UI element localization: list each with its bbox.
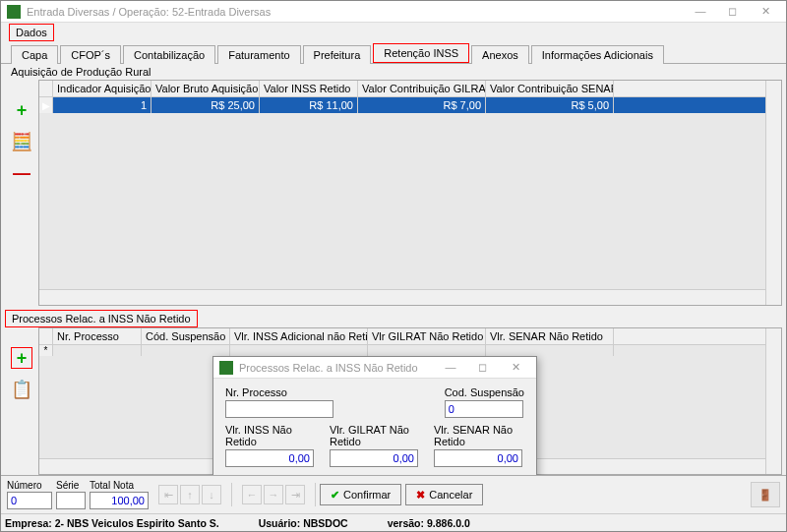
label-vlr-gilrat: Vlr. GILRAT Não Retido (330, 424, 420, 447)
dialog-processo: Processos Relac. a INSS Não Retido — ◻ ✕… (212, 356, 537, 475)
grid-aquisicao-area: + 🧮 — Indicador Aquisição Valor Bruto Aq… (5, 80, 782, 306)
nav-first-icon[interactable]: ⇤ (158, 485, 178, 504)
maximize-button[interactable]: ◻ (718, 2, 748, 22)
add-aquisicao-button[interactable]: + (11, 99, 32, 121)
col-inss-retido[interactable]: Valor INSS Retido (260, 81, 358, 96)
grid1-hscroll[interactable] (39, 289, 765, 305)
input-vlr-gilrat[interactable] (330, 449, 418, 467)
titlebar: Entrada Diversas / Operação: 52-Entrada … (1, 1, 786, 23)
grid1-header: Indicador Aquisição Valor Bruto Aquisiçã… (39, 81, 781, 97)
input-nr-processo[interactable] (225, 400, 333, 418)
grid-aquisicao[interactable]: Indicador Aquisição Valor Bruto Aquisiçã… (38, 80, 782, 306)
nav-last-icon[interactable]: ⇥ (285, 485, 305, 504)
calc-aquisicao-button[interactable]: 🧮 (11, 131, 32, 152)
minimize-button[interactable]: — (686, 1, 715, 21)
dialog-title: Processos Relac. a INSS Não Retido (239, 362, 436, 374)
window-title: Entrada Diversas / Operação: 52-Entrada … (27, 6, 686, 18)
close-button[interactable]: ✕ (751, 2, 780, 22)
dialog-body: Nr. Processo Cod. Suspensão Vlr. INSS Nã… (213, 379, 536, 475)
grid1-vscroll[interactable] (765, 81, 781, 305)
tab-anexos[interactable]: Anexos (471, 45, 529, 64)
main-window: Entrada Diversas / Operação: 52-Entrada … (0, 0, 787, 532)
menu-dados[interactable]: Dados (9, 24, 54, 41)
input-numero[interactable] (7, 492, 52, 509)
label-vlr-senar: Vlr. SENAR Não Retido (434, 424, 524, 447)
col-vlr-inss-adic[interactable]: Vlr. INSS Adicional não Retido (230, 328, 368, 344)
dialog-close-button[interactable]: ✕ (501, 358, 530, 378)
nav-next-icon[interactable]: ↓ (202, 485, 221, 504)
status-usuario: Usuário: NBSDOC (259, 517, 348, 529)
dialog-minimize-button[interactable]: — (436, 357, 465, 377)
tab-cfops[interactable]: CFOP´s (60, 45, 121, 64)
label-vlr-inss: Vlr. INSS Não Retido (225, 424, 316, 447)
col-gilrat[interactable]: Valor Contribuição GILRAT (358, 81, 486, 96)
check-icon: ✔ (331, 489, 339, 502)
label-numero: Número (7, 480, 52, 491)
col-nr-processo[interactable]: Nr. Processo (53, 328, 142, 344)
nav-left-icon[interactable]: ← (242, 485, 262, 504)
section-aquisicao-label: Aquisição de Produção Rural (5, 64, 782, 80)
new-row-indicator-icon: * (39, 345, 53, 356)
section-processos-label: Processos Relac. a INSS Não Retido (5, 310, 198, 327)
dialog-maximize-button[interactable]: ◻ (468, 358, 498, 378)
door-icon: 🚪 (758, 489, 772, 502)
menubar: Dados (1, 23, 786, 42)
app-icon (7, 5, 21, 19)
nav-prev-icon[interactable]: ↑ (180, 485, 200, 504)
col-vlr-gilrat[interactable]: Vlr GILRAT Não Retido (368, 328, 486, 344)
label-total: Total Nota (90, 480, 149, 491)
tab-contabilizacao[interactable]: Contabilização (123, 45, 215, 64)
cancelar-button[interactable]: ✖Cancelar (405, 484, 483, 505)
table-row[interactable]: * (39, 345, 781, 356)
col-vlr-senar[interactable]: Vlr. SENAR Não Retido (486, 328, 614, 344)
tab-retencao-inss[interactable]: Retenção INSS (373, 43, 469, 63)
grid2-header: Nr. Processo Cód. Suspensão Vlr. INSS Ad… (39, 328, 781, 345)
row-indicator-icon: ▶ (39, 97, 53, 113)
grid1-body: ▶ 1 R$ 25,00 R$ 11,00 R$ 7,00 R$ 5,00 (39, 97, 781, 305)
grid1-sidebar: + 🧮 — (5, 80, 38, 306)
label-cod-suspensao: Cod. Suspensão (445, 386, 524, 398)
nav-buttons: ⇤ ↑ ↓ (158, 485, 221, 504)
grid-processos-area: + 📋 Nr. Processo Cód. Suspensão Vlr. INS… (5, 327, 782, 475)
col-indicador[interactable]: Indicador Aquisição (53, 81, 151, 96)
add-processo-button[interactable]: + (11, 347, 32, 369)
exit-button[interactable]: 🚪 (751, 482, 780, 507)
input-total[interactable] (90, 492, 149, 509)
statusbar: Empresa: 2- NBS Veiculos Espirito Santo … (1, 513, 786, 531)
input-vlr-senar[interactable] (434, 449, 522, 467)
status-empresa: Empresa: 2- NBS Veiculos Espirito Santo … (5, 517, 219, 529)
copy-processo-button[interactable]: 📋 (11, 379, 32, 400)
input-vlr-inss[interactable] (225, 449, 314, 467)
input-serie[interactable] (56, 492, 86, 509)
tab-capa[interactable]: Capa (11, 45, 58, 64)
grid2-vscroll[interactable] (765, 328, 781, 474)
tab-content: Aquisição de Produção Rural + 🧮 — Indica… (1, 64, 786, 475)
input-cod-suspensao[interactable] (445, 400, 523, 418)
table-row[interactable]: ▶ 1 R$ 25,00 R$ 11,00 R$ 7,00 R$ 5,00 (39, 97, 781, 113)
footer-toolbar: Número Série Total Nota ⇤ ↑ ↓ ← → ⇥ ✔Con… (1, 475, 786, 513)
confirmar-button[interactable]: ✔Confirmar (320, 484, 401, 505)
tabstrip: Capa CFOP´s Contabilização Faturamento P… (1, 42, 786, 64)
tab-informacoes-adicionais[interactable]: Informações Adicionais (531, 45, 664, 64)
tab-prefeitura[interactable]: Prefeitura (303, 45, 372, 64)
cross-icon: ✖ (416, 489, 425, 502)
col-senar[interactable]: Valor Contribuição SENAR (486, 81, 614, 96)
grid-processos[interactable]: Nr. Processo Cód. Suspensão Vlr. INSS Ad… (38, 327, 782, 475)
remove-aquisicao-button[interactable]: — (11, 162, 32, 184)
nav-right-icon[interactable]: → (264, 485, 283, 504)
grid2-sidebar: + 📋 (5, 327, 38, 475)
label-serie: Série (56, 480, 86, 491)
status-versao: versão: 9.886.0.0 (388, 517, 470, 529)
dialog-icon (219, 361, 233, 375)
dialog-titlebar: Processos Relac. a INSS Não Retido — ◻ ✕ (213, 357, 536, 379)
label-nr-processo: Nr. Processo (225, 386, 431, 398)
tab-faturamento[interactable]: Faturamento (217, 45, 300, 64)
col-valor-bruto[interactable]: Valor Bruto Aquisição (151, 81, 260, 96)
col-cod-suspensao[interactable]: Cód. Suspensão (142, 328, 230, 344)
